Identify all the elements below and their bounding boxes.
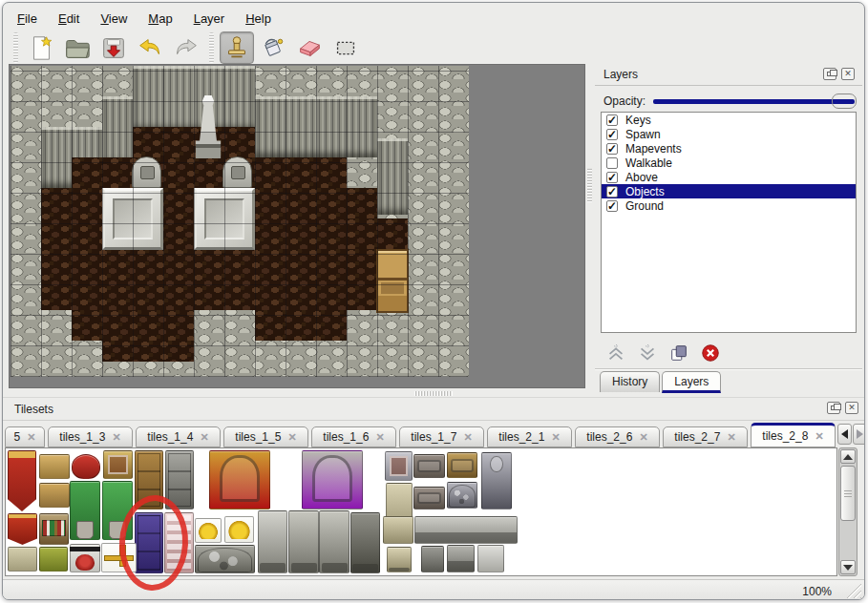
tile-loom-top[interactable] — [39, 454, 70, 479]
tab-close-icon[interactable]: ✕ — [375, 431, 384, 444]
close-panel-button[interactable]: ✕ — [845, 402, 858, 414]
opacity-slider[interactable] — [653, 94, 857, 109]
tileset-tab-tiles_1_4[interactable]: tiles_1_4✕ — [136, 426, 221, 447]
tab-scroll-left-button[interactable] — [837, 424, 852, 445]
tab-close-icon[interactable]: ✕ — [815, 430, 823, 443]
layer-checkbox[interactable]: ✓ — [606, 186, 618, 198]
tile-gray-block-dark[interactable] — [447, 545, 475, 572]
toolbar-handle[interactable] — [13, 32, 18, 63]
map-canvas[interactable] — [9, 64, 585, 388]
tile-ghost-statue[interactable] — [258, 510, 287, 573]
vertical-splitter[interactable] — [585, 64, 594, 388]
horizontal-splitter[interactable] — [414, 389, 453, 397]
tile-gold-pile[interactable] — [224, 516, 254, 543]
tab-close-icon[interactable]: ✕ — [200, 431, 208, 444]
save-map-button[interactable] — [96, 31, 131, 64]
layer-checkbox[interactable]: ✓ — [606, 114, 618, 126]
layer-row-mapevents[interactable]: ✓Mapevents — [602, 141, 856, 156]
tileset-tab-tiles_2_1[interactable]: tiles_2_1✕ — [487, 426, 572, 447]
tile-gargoyle-left[interactable] — [288, 510, 319, 573]
tile-gold-mirror[interactable] — [103, 450, 133, 479]
tile-armor-suit[interactable] — [481, 452, 512, 509]
tile-gray-block-light[interactable] — [477, 545, 504, 572]
tile-tomb-pedestal[interactable] — [383, 516, 413, 544]
float-panel-button[interactable] — [823, 68, 836, 80]
layer-row-ground[interactable]: ✓Ground — [602, 198, 856, 213]
tab-close-icon[interactable]: ✕ — [463, 431, 472, 444]
tile-small-obelisk[interactable] — [387, 547, 412, 572]
move-layer-up-button[interactable] — [604, 342, 627, 364]
tile-purple-throne[interactable] — [302, 450, 363, 509]
tile-parchment[interactable] — [8, 547, 37, 572]
dock-tab-history[interactable]: History — [600, 371, 660, 392]
layer-row-spawn[interactable]: ✓Spawn — [602, 127, 856, 141]
tab-close-icon[interactable]: ✕ — [27, 431, 35, 444]
tileset-tab-tiles_1_6[interactable]: tiles_1_6✕ — [311, 426, 396, 447]
tile-wood-crate[interactable] — [447, 452, 477, 478]
eraser-tool-button[interactable] — [292, 31, 327, 64]
tile-palm-plant[interactable] — [70, 481, 100, 540]
tile-red-cushion[interactable] — [72, 454, 100, 479]
layer-checkbox[interactable]: ✓ — [606, 143, 618, 155]
tileset-tab-tiles_1_7[interactable]: tiles_1_7✕ — [399, 426, 484, 447]
tile-red-emblem[interactable] — [8, 513, 37, 545]
tile-metal-chest-2[interactable] — [413, 487, 445, 509]
menu-item-layer[interactable]: Layer — [187, 10, 232, 28]
tileset-tab-tiles_2_7[interactable]: tiles_2_7✕ — [663, 426, 748, 447]
tile-gold-key[interactable] — [195, 518, 222, 543]
tab-close-icon[interactable]: ✕ — [639, 431, 647, 444]
dock-tab-layers[interactable]: Layers — [662, 371, 721, 393]
tile-metal-chest[interactable] — [413, 454, 445, 478]
map-render-area[interactable] — [11, 66, 469, 377]
menu-item-help[interactable]: Help — [239, 10, 278, 28]
tile-red-grindstone[interactable] — [70, 544, 100, 572]
layer-row-above[interactable]: ✓Above — [602, 170, 856, 184]
tab-close-icon[interactable]: ✕ — [287, 431, 296, 444]
tile-stone-pillar[interactable] — [421, 546, 444, 572]
undo-button[interactable] — [133, 31, 167, 64]
stamp-tool-button[interactable] — [220, 31, 254, 64]
delete-layer-button[interactable] — [699, 342, 722, 364]
scrollbar-thumb[interactable] — [840, 466, 856, 521]
tile-stone-slab[interactable] — [414, 516, 518, 544]
tile-green-banner[interactable] — [39, 547, 68, 572]
rect-select-tool-button[interactable] — [328, 31, 363, 64]
open-map-button[interactable] — [60, 31, 95, 64]
tileset-scrollbar[interactable] — [838, 447, 857, 576]
scroll-up-button[interactable] — [840, 449, 856, 464]
resize-grip[interactable] — [845, 582, 861, 598]
menu-item-file[interactable]: File — [11, 10, 44, 28]
tile-loom-bottom[interactable] — [39, 483, 70, 508]
tile-king-portrait[interactable] — [385, 451, 413, 481]
layer-checkbox[interactable]: ✓ — [606, 200, 618, 212]
tile-rock-pile[interactable] — [195, 545, 255, 573]
layer-checkbox[interactable] — [606, 157, 618, 169]
tile-book-shelf[interactable] — [39, 513, 69, 545]
tab-scroll-right-button[interactable] — [853, 424, 865, 445]
toolbar-handle[interactable] — [209, 32, 214, 63]
fill-tool-button[interactable] — [256, 31, 290, 64]
tileset-tab-5[interactable]: 5✕ — [5, 426, 45, 447]
layer-checkbox[interactable]: ✓ — [606, 172, 618, 183]
menu-item-map[interactable]: Map — [141, 10, 179, 28]
menu-item-edit[interactable]: Edit — [52, 10, 86, 28]
tileset-tab-tiles_1_3[interactable]: tiles_1_3✕ — [48, 426, 133, 447]
layer-row-objects[interactable]: ✓Objects — [602, 184, 856, 198]
menu-item-view[interactable]: View — [94, 10, 134, 28]
tab-close-icon[interactable]: ✕ — [727, 431, 735, 444]
redo-button[interactable] — [169, 31, 203, 64]
tileset-tab-tiles_2_6[interactable]: tiles_2_6✕ — [575, 426, 660, 447]
float-panel-button[interactable] — [827, 402, 840, 414]
scroll-down-button[interactable] — [840, 560, 856, 574]
move-layer-down-button[interactable] — [636, 342, 659, 364]
duplicate-layer-button[interactable] — [667, 342, 690, 364]
opacity-slider-handle[interactable] — [832, 94, 857, 109]
close-panel-button[interactable]: ✕ — [841, 68, 855, 80]
tab-close-icon[interactable]: ✕ — [551, 431, 560, 444]
tab-close-icon[interactable]: ✕ — [112, 431, 120, 444]
tile-red-throne[interactable] — [209, 450, 270, 509]
tileset-tab-tiles_2_8[interactable]: tiles_2_8✕ — [751, 423, 836, 447]
tileset-tab-tiles_1_5[interactable]: tiles_1_5✕ — [223, 426, 308, 447]
layer-row-walkable[interactable]: Walkable — [602, 156, 856, 170]
new-map-button[interactable] — [24, 31, 58, 64]
